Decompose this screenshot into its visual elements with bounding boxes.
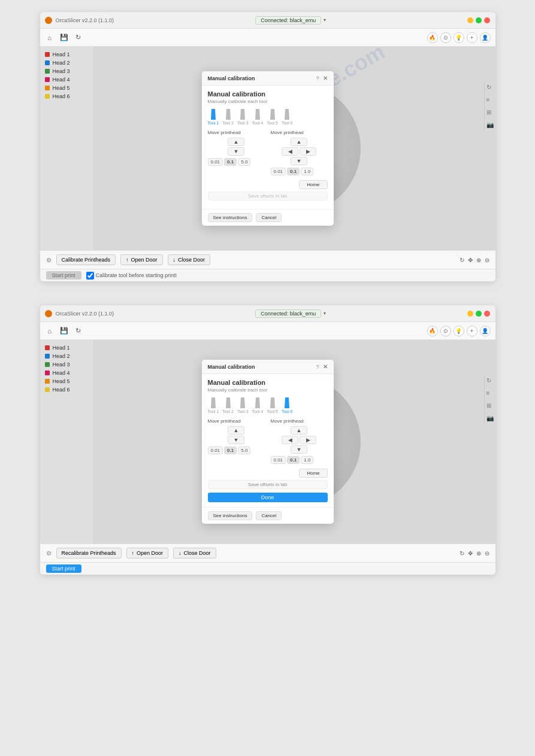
increment-01-y-2[interactable]: 0.1 bbox=[224, 447, 237, 454]
move-right-down-btn-2[interactable]: ▼ bbox=[291, 445, 307, 454]
increment-001-x-1[interactable]: 0.01 bbox=[271, 168, 286, 175]
move-right-down-btn-1[interactable]: ▼ bbox=[291, 157, 307, 165]
tool-item-2-6[interactable]: Tool 6 bbox=[282, 397, 293, 414]
tool-item-3[interactable]: Tool 3 bbox=[237, 109, 249, 125]
open-door-btn-2[interactable]: ↑ Open Door bbox=[126, 548, 169, 558]
increment-01-y-1[interactable]: 0.1 bbox=[224, 158, 237, 166]
connected-badge-2[interactable]: Connected: black_emu bbox=[255, 309, 321, 318]
filament-icon-1[interactable]: ⊙ bbox=[440, 32, 451, 43]
tool-item-2-1[interactable]: Tool 1 bbox=[208, 397, 219, 414]
close-btn-1[interactable] bbox=[484, 17, 490, 23]
increment-001-y-2[interactable]: 0.01 bbox=[208, 447, 223, 454]
increment-01-x-1[interactable]: 0.1 bbox=[287, 168, 300, 175]
minimize-btn-2[interactable] bbox=[467, 311, 473, 317]
tool-label-2-4: Tool 4 bbox=[252, 409, 264, 414]
home-icon-2[interactable]: ⌂ bbox=[45, 326, 55, 336]
close-btn-2[interactable] bbox=[484, 311, 490, 317]
move-up-btn-2[interactable]: ▲ bbox=[228, 426, 244, 435]
done-btn-2[interactable]: Done bbox=[208, 493, 328, 502]
app-window-2: OrcaSlicer v2.2.0 (1.1.0) Connected: bla… bbox=[40, 305, 495, 575]
save-offsets-btn-1[interactable]: Save offsets in lab bbox=[208, 192, 328, 201]
move-icon-1[interactable]: ✥ bbox=[468, 257, 473, 263]
zoom-out-icon-1[interactable]: ⊖ bbox=[485, 257, 489, 263]
increment-001-x-2[interactable]: 0.01 bbox=[271, 456, 286, 464]
plus-icon-2[interactable]: + bbox=[467, 326, 477, 336]
increment-001-y-1[interactable]: 0.01 bbox=[208, 158, 223, 166]
move-right-btn-1[interactable]: ▶ bbox=[300, 147, 316, 156]
flame-icon-2[interactable]: 🔥 bbox=[427, 326, 438, 336]
tool-item-1[interactable]: Tool 1 bbox=[208, 109, 219, 125]
modal-help-icon-2[interactable]: ? bbox=[316, 364, 319, 370]
increment-50-y-1[interactable]: 5.0 bbox=[238, 158, 250, 166]
zoom-in-icon-1[interactable]: ⊕ bbox=[476, 257, 481, 263]
save-icon-1[interactable]: 💾 bbox=[59, 33, 69, 42]
close-door-btn-1[interactable]: ↓ Close Door bbox=[168, 254, 211, 265]
open-door-btn-1[interactable]: ↑ Open Door bbox=[120, 254, 163, 265]
move-down-btn-1[interactable]: ▼ bbox=[228, 147, 244, 156]
move-left-btn-1[interactable]: ◀ bbox=[282, 147, 298, 156]
home-icon-1[interactable]: ⌂ bbox=[45, 33, 55, 42]
svg-marker-3 bbox=[255, 109, 260, 120]
tool-icon-2-4 bbox=[253, 397, 262, 408]
see-instructions-btn-2[interactable]: See instructions bbox=[208, 511, 253, 520]
filament-icon-2[interactable]: ⊙ bbox=[440, 326, 451, 336]
tool-item-2-3[interactable]: Tool 3 bbox=[237, 397, 249, 414]
tool-item-2-4[interactable]: Tool 4 bbox=[252, 397, 264, 414]
tool-item-2[interactable]: Tool 2 bbox=[222, 109, 234, 125]
chevron-down-icon-2[interactable]: ▾ bbox=[324, 311, 326, 316]
save-offsets-btn-2[interactable]: Save offsets in lab bbox=[208, 480, 328, 489]
move-down-btn-2[interactable]: ▼ bbox=[228, 436, 244, 444]
chevron-down-icon-1[interactable]: ▾ bbox=[324, 17, 326, 23]
calibrate-checkbox-1[interactable] bbox=[86, 272, 94, 280]
move-left-btn-2[interactable]: ◀ bbox=[282, 436, 298, 444]
tool-item-2-2[interactable]: Tool 2 bbox=[222, 397, 234, 414]
calibrate-btn-2[interactable]: Recalibrate Printheads bbox=[56, 548, 122, 558]
calibrate-btn-1[interactable]: Calibrate Printheads bbox=[56, 254, 116, 265]
increment-10-x-1[interactable]: 1.0 bbox=[301, 168, 313, 175]
tool-item-5[interactable]: Tool 5 bbox=[267, 109, 278, 125]
light-icon-2[interactable]: 💡 bbox=[454, 326, 464, 336]
move-up-btn-1[interactable]: ▲ bbox=[228, 138, 244, 146]
home-btn-1[interactable]: Home bbox=[299, 180, 327, 189]
zoom-in-icon-2[interactable]: ⊕ bbox=[476, 550, 481, 557]
cancel-btn-2[interactable]: Cancel bbox=[256, 511, 282, 520]
tool-item-2-5[interactable]: Tool 5 bbox=[267, 397, 278, 414]
modal-close-2[interactable]: ✕ bbox=[323, 363, 328, 370]
increment-01-x-2[interactable]: 0.1 bbox=[287, 456, 300, 464]
start-print-btn-2[interactable]: Start print bbox=[46, 564, 81, 573]
rotate-icon-1[interactable]: ↻ bbox=[460, 257, 464, 263]
person-icon-1[interactable]: 👤 bbox=[480, 32, 491, 43]
modal-close-1[interactable]: ✕ bbox=[323, 75, 328, 81]
home-btn-2[interactable]: Home bbox=[299, 469, 327, 478]
move-right-up-btn-2[interactable]: ▲ bbox=[291, 426, 307, 435]
move-right-btn-2[interactable]: ▶ bbox=[300, 436, 316, 444]
app-title-1: OrcaSlicer v2.2.0 (1.1.0) bbox=[56, 17, 114, 23]
person-icon-2[interactable]: 👤 bbox=[480, 326, 491, 336]
toolbar-1: ⌂ 💾 ↻ 🔥 ⊙ 💡 + 👤 bbox=[40, 29, 495, 47]
plus-icon-1[interactable]: + bbox=[467, 32, 477, 43]
cancel-btn-1[interactable]: Cancel bbox=[256, 213, 282, 222]
zoom-out-icon-2[interactable]: ⊖ bbox=[485, 550, 489, 557]
close-door-btn-2[interactable]: ↓ Close Door bbox=[173, 548, 216, 558]
see-instructions-btn-1[interactable]: See instructions bbox=[208, 213, 253, 222]
connected-badge-1[interactable]: Connected: black_emu bbox=[255, 16, 321, 25]
light-icon-1[interactable]: 💡 bbox=[454, 32, 464, 43]
flame-icon-1[interactable]: 🔥 bbox=[427, 32, 438, 43]
refresh-icon-1[interactable]: ↻ bbox=[74, 33, 83, 42]
save-icon-2[interactable]: 💾 bbox=[59, 326, 69, 336]
modal-main-title-1: Manual calibration bbox=[208, 90, 328, 98]
refresh-icon-2[interactable]: ↻ bbox=[74, 326, 83, 336]
tool-icon-2 bbox=[224, 109, 232, 120]
increment-10-x-2[interactable]: 1.0 bbox=[301, 456, 313, 464]
rotate-icon-2[interactable]: ↻ bbox=[460, 550, 464, 557]
tool-item-4[interactable]: Tool 4 bbox=[252, 109, 264, 125]
increment-50-y-2[interactable]: 5.0 bbox=[238, 447, 250, 454]
minimize-btn-1[interactable] bbox=[467, 17, 473, 23]
maximize-btn-1[interactable] bbox=[476, 17, 482, 23]
maximize-btn-2[interactable] bbox=[476, 311, 482, 317]
start-print-btn-1[interactable]: Start print bbox=[46, 271, 81, 280]
move-right-up-btn-1[interactable]: ▲ bbox=[291, 138, 307, 146]
tool-item-6[interactable]: Tool 6 bbox=[282, 109, 293, 125]
move-icon-2[interactable]: ✥ bbox=[468, 550, 473, 557]
modal-help-icon-1[interactable]: ? bbox=[316, 75, 319, 81]
